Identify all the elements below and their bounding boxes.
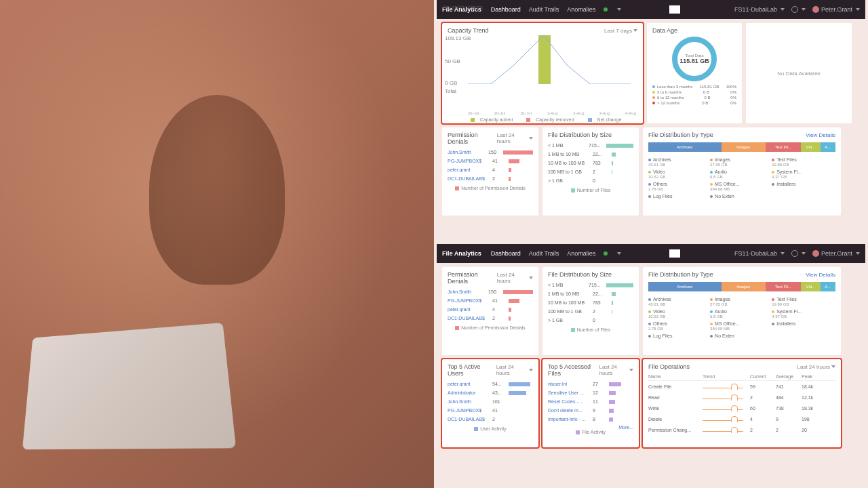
file-link[interactable]: Don't delete m... — [548, 408, 593, 413]
cluster-select[interactable]: FS11-DubaiLab — [734, 6, 785, 13]
user-link[interactable]: peter.grant — [448, 382, 492, 386]
filetype-item: No Exten — [710, 332, 772, 340]
status-dot[interactable] — [604, 7, 608, 12]
user-row: Administrator43... — [448, 388, 533, 397]
file-link[interactable]: Important-Info - ... — [548, 417, 593, 422]
file-dist-type-card: File Distribution by TypeView Details Ar… — [643, 127, 841, 216]
period-select[interactable]: Last 24 hours — [797, 364, 835, 370]
file-row: ntuser.ini27 — [548, 380, 633, 388]
dashboard-pane-top: File Analytics Dashboard Audit Trails An… — [437, 0, 865, 244]
filetype-seg[interactable]: Archives — [648, 282, 722, 291]
filetype-seg[interactable]: A... — [821, 282, 835, 291]
filetype-seg[interactable]: Images — [722, 282, 766, 291]
file-row: Reset Codes - ...11 — [548, 397, 633, 406]
user-link[interactable]: PG-JUMPBOX$ — [448, 408, 492, 413]
filetype-item: Video10.52 GB — [648, 308, 710, 320]
filetype-stacked-bar: ArchivesImagesText Fil...Vid...A... — [648, 142, 835, 152]
file-dist-size-card: File Distribution by Size < 1 MB715...1 … — [542, 267, 639, 355]
settings-gear-icon[interactable] — [791, 6, 806, 13]
user-link[interactable]: peter.grant — [448, 167, 492, 172]
user-link[interactable]: PG-JUMPBOX$ — [448, 298, 492, 303]
filetype-seg[interactable]: Text Fil... — [766, 142, 802, 152]
fileops-row: Create File5974118.4k — [648, 381, 835, 392]
nav-anomalies[interactable]: Anomalies — [567, 6, 595, 13]
nav-audit[interactable]: Audit Trails — [529, 250, 559, 257]
top5-files-card: Top 5 Accessed FilesLast 24 hours ntuser… — [542, 359, 639, 447]
filetype-item: Text Files19.89 GB — [772, 156, 833, 168]
filedist-row: > 1 GB0 — [548, 176, 633, 185]
hero-photo — [0, 0, 434, 488]
view-details-link[interactable]: View Details — [806, 272, 835, 278]
user-row: DC1-DUBAILAB$2 — [448, 415, 533, 424]
user-menu[interactable]: Peter.Grant — [812, 6, 860, 13]
perm-row: peter.grant4 — [448, 305, 533, 314]
file-link[interactable]: Sensitive User ... — [548, 390, 593, 395]
filedist-row: 10 MB to 100 MB783 — [548, 298, 633, 307]
filetype-seg[interactable]: Vid... — [801, 282, 820, 291]
perm-row: peter.grant4 — [448, 165, 533, 174]
filetype-item: Text Files19.89 GB — [772, 296, 833, 308]
user-row: peter.grant54... — [448, 380, 533, 388]
filetype-item: Archives43.61 GB — [648, 296, 710, 308]
user-link[interactable]: John.Smith — [448, 150, 488, 155]
filetype-item: Others2.78 GB — [648, 320, 710, 332]
user-link[interactable]: DC1-DUBAILAB$ — [448, 176, 492, 181]
capacity-xlabels: 29-Jul30-Jul31-Jul1-Aug2-Aug3-Aug4-Aug — [468, 111, 636, 115]
filetype-seg[interactable]: Archives — [648, 142, 722, 152]
nav-audit[interactable]: Audit Trails — [529, 6, 559, 13]
filetype-item: Others2.78 GB — [648, 180, 710, 192]
user-link[interactable]: DC1-DUBAILAB$ — [448, 316, 492, 321]
age-row: 6 to 12 months0 B0% — [652, 95, 736, 100]
anomaly-alerts-card: Anomaly Alerts No Data Available — [746, 23, 852, 123]
period-select[interactable]: Last 24 hours — [497, 132, 533, 144]
age-row: Less than 3 months115.81 GB100% — [652, 84, 736, 89]
user-link[interactable]: PG-JUMPBOX$ — [448, 159, 492, 163]
filedist-row: 1 MB to 10 MB22... — [548, 289, 633, 298]
filetype-stacked-bar: ArchivesImagesText Fil...Vid...A... — [648, 282, 835, 291]
filedist-row: 10 MB to 100 MB783 — [548, 159, 633, 167]
data-age-card: Data Age Total Data 115.81 GB Less than … — [647, 23, 742, 123]
period-select[interactable]: Last 7 days — [604, 28, 637, 34]
user-link[interactable]: DC1-DUBAILAB$ — [448, 417, 492, 422]
period-select[interactable]: Last 24 hours — [497, 272, 533, 284]
logo-icon — [669, 5, 680, 14]
view-details-link[interactable]: View Details — [806, 132, 835, 138]
user-link[interactable]: John.Smith — [448, 399, 492, 404]
file-link[interactable]: Reset Codes - ... — [548, 399, 593, 404]
period-select[interactable]: Last 24 hours — [599, 364, 633, 376]
sparkline — [703, 383, 743, 390]
fileops-row: Permission Chang...2220 — [648, 424, 835, 435]
filetype-item: No Exten — [710, 192, 772, 200]
filetype-seg[interactable]: Text Fil... — [766, 282, 802, 291]
filetype-item: Images27.05 GB — [710, 296, 772, 308]
nav-anomalies[interactable]: Anomalies — [567, 250, 595, 257]
logo-icon — [669, 249, 680, 258]
file-link[interactable]: ntuser.ini — [548, 382, 593, 386]
file-dist-size-card: File Distribution by Size < 1 MB715...1 … — [542, 127, 639, 216]
more-link[interactable]: More... — [618, 425, 633, 430]
filetype-seg[interactable]: Vid... — [801, 142, 820, 152]
period-select[interactable]: Last 24 hours — [496, 364, 533, 376]
filetype-seg[interactable]: Images — [722, 142, 766, 152]
filedist-row: 100 MB to 1 GB2 — [548, 307, 633, 316]
file-row: Don't delete m...9 — [548, 406, 633, 415]
filetype-item: Video10.52 GB — [648, 168, 710, 180]
user-link[interactable]: John.Smith — [448, 289, 488, 294]
filetype-item: System Fi...4.37 GB — [772, 308, 833, 320]
user-link[interactable]: Administrator — [448, 390, 492, 395]
status-dot[interactable] — [604, 251, 608, 256]
nav-dashboard[interactable]: Dashboard — [491, 250, 521, 257]
filetype-item: Log Files — [648, 332, 710, 340]
settings-gear-icon[interactable] — [791, 250, 806, 257]
sparkline — [703, 405, 743, 411]
cluster-select[interactable]: FS11-DubaiLab — [734, 250, 785, 257]
user-link[interactable]: peter.grant — [448, 307, 492, 312]
filedist-row: < 1 MB715... — [548, 141, 633, 150]
sparkline — [703, 426, 743, 433]
user-menu[interactable]: Peter.Grant — [812, 250, 860, 257]
filetype-seg[interactable]: A... — [821, 142, 835, 152]
user-row: John.Smith161 — [448, 397, 533, 406]
filetype-item: Archives43.61 GB — [648, 156, 710, 168]
nav-dashboard[interactable]: Dashboard — [491, 6, 521, 13]
filetype-item: MS Office...384.08 MB — [710, 320, 772, 332]
